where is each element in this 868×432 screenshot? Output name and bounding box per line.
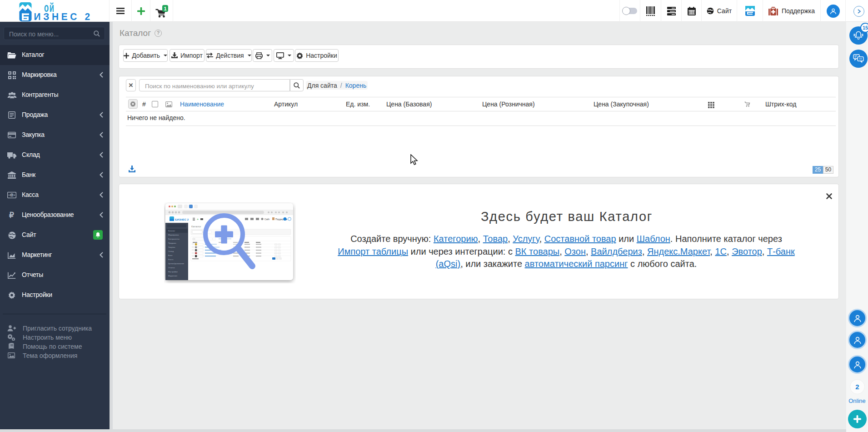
svg-text:Каталог: Каталог — [191, 225, 202, 228]
svg-text:Контрагенты: Контрагенты — [168, 238, 180, 240]
svg-text:Маркетинг: Маркетинг — [168, 275, 178, 277]
svg-text:Каталог: Каталог — [168, 230, 175, 232]
svg-text:Ценообразование: Ценообразование — [168, 262, 185, 265]
svg-text:₽: ₽ — [9, 211, 14, 219]
svg-text:Продажа: Продажа — [168, 242, 176, 244]
svg-text:Отчеты: Отчеты — [168, 266, 175, 269]
svg-text:Маркировка: Маркировка — [168, 234, 179, 236]
svg-text:1: 1 — [164, 6, 166, 11]
svg-text:+: + — [197, 218, 199, 221]
svg-text:Сайт: Сайт — [264, 218, 270, 221]
svg-text:Касса: Касса — [168, 258, 174, 261]
svg-text:Закупка: Закупка — [168, 246, 175, 248]
svg-text:ИЗНЕС 2: ИЗНЕС 2 — [34, 11, 93, 22]
svg-text:Склад: Склад — [168, 250, 174, 252]
svg-text:Банк: Банк — [168, 254, 172, 256]
svg-text:Настройки: Настройки — [168, 271, 178, 273]
svg-text:0: 0 — [11, 194, 13, 197]
svg-text:БИЗНЕС 2: БИЗНЕС 2 — [175, 218, 189, 221]
